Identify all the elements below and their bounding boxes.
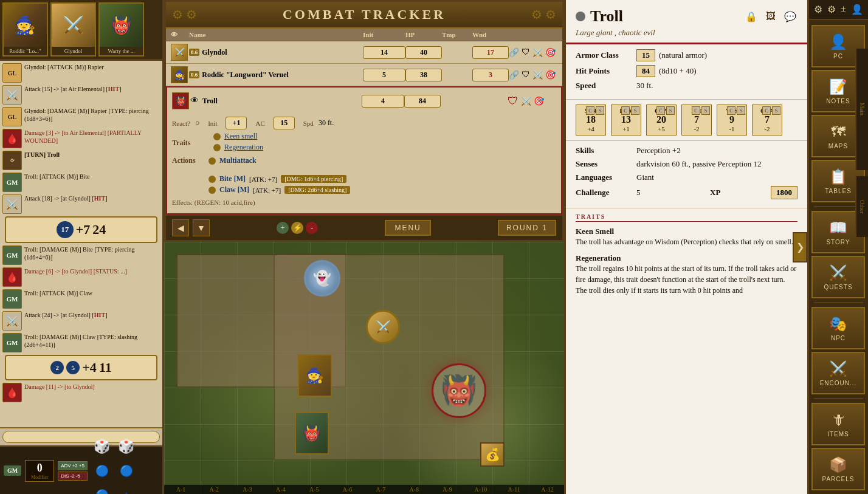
troll-row-header: 👹 👁 Troll 4 84 🛡 ⚔️ 🎯: [172, 92, 556, 109]
dis-button[interactable]: DIS -2 -5: [58, 472, 88, 481]
portrait-icon[interactable]: 🖼: [763, 9, 778, 24]
nav-arrow-right[interactable]: ❯: [793, 232, 807, 262]
hp-icon-green[interactable]: +: [277, 222, 289, 234]
other-tab[interactable]: Other: [855, 176, 868, 237]
token-glyndol[interactable]: ⚔️: [366, 310, 400, 344]
int-s-btn[interactable]: S: [701, 106, 710, 115]
trait-keen-smell-link[interactable]: Keen smell: [224, 132, 257, 141]
trait-regeneration-link[interactable]: Regeneration: [224, 143, 263, 152]
troll-init[interactable]: 4: [362, 95, 404, 108]
action-multiattack-link[interactable]: Multiattack: [219, 156, 257, 165]
cha-s-btn[interactable]: S: [772, 106, 780, 115]
roddic-hp[interactable]: 38: [405, 69, 442, 81]
footer-btn-down[interactable]: ▼: [193, 219, 210, 236]
token-ghost[interactable]: 👻: [304, 260, 340, 297]
troll-actions-header: Actions Multiattack: [172, 156, 257, 167]
con-c-btn[interactable]: C: [656, 106, 665, 115]
action-claw-link[interactable]: Claw [M]: [219, 185, 249, 194]
person-icon[interactable]: 👤: [849, 2, 866, 16]
footer-btn-left[interactable]: ◀: [172, 219, 189, 236]
token-roddic[interactable]: 🧙: [298, 354, 332, 397]
portrait-warty[interactable]: 👹 Warty the ...: [98, 2, 144, 57]
chat-icon[interactable]: 💬: [783, 9, 797, 24]
encounters-button[interactable]: ⚔️ ENCOUN...: [811, 352, 865, 394]
con-cs-buttons: C S: [656, 106, 675, 115]
portraits-bar: 🧙 Roddic "Lo..." ⚔️ Glyndol 👹 Warty the …: [0, 0, 162, 61]
troll-react-value: ○: [195, 118, 199, 128]
con-s-btn[interactable]: S: [666, 106, 675, 115]
col-hp: HP: [405, 31, 442, 38]
dice-circle-17: 17: [57, 221, 74, 238]
roddic-wnd[interactable]: 3: [472, 69, 509, 81]
dex-s-btn[interactable]: S: [631, 106, 639, 115]
notes-label: NOTES: [826, 98, 850, 105]
die-d12[interactable]: 🎲: [115, 436, 137, 458]
token-chest[interactable]: 💰: [480, 442, 505, 467]
dis-plus: -2: [71, 473, 75, 479]
chat-avatar-dmg-3: 🩸: [2, 383, 22, 402]
map-area[interactable]: 👻 ⚔️ 🧙 👹 👹: [164, 242, 564, 494]
roddic-init[interactable]: 5: [363, 69, 405, 81]
cha-score: 7: [765, 114, 770, 125]
glyndol-badge: 0.6: [189, 49, 199, 56]
dex-c-btn[interactable]: C: [621, 106, 630, 115]
items-button[interactable]: 🗡 ITEMS: [811, 403, 865, 445]
lock-icon[interactable]: 🔒: [744, 9, 759, 24]
map-label-a9: A-9: [431, 485, 464, 494]
hp-icon-red[interactable]: -: [306, 222, 318, 234]
portrait-roddic[interactable]: 🧙 Roddic "Lo...": [2, 2, 48, 57]
wis-c-btn[interactable]: C: [727, 106, 735, 115]
action-multiattack: Multiattack: [208, 156, 257, 165]
skills-row: Skills Perception +2: [576, 146, 797, 156]
die-d4[interactable]: ▲: [115, 484, 137, 495]
die-d8[interactable]: 🔵: [115, 460, 137, 482]
token-troll[interactable]: 👹: [432, 363, 486, 418]
str-s-btn[interactable]: S: [596, 106, 604, 115]
quests-button[interactable]: ⚔️ QUESTS: [811, 256, 865, 298]
die-d20[interactable]: 🎲: [91, 436, 113, 458]
trait-dot-1: [213, 133, 221, 140]
right-panel: Troll 🔒 🖼 💬 Large giant , chaotic evil A…: [564, 0, 807, 494]
str-score: 18: [586, 114, 596, 125]
regeneration-text: The troll regains 10 hit points at the s…: [576, 263, 797, 296]
map-label-a11: A-11: [497, 485, 531, 494]
menu-button[interactable]: MENU: [385, 220, 430, 236]
portrait-img-warty: 👹: [100, 4, 143, 47]
encounters-icon: ⚔️: [829, 360, 848, 377]
die-d6[interactable]: 🔵: [91, 484, 113, 495]
die-d10[interactable]: 🔵: [91, 460, 113, 482]
plus-minus-icon[interactable]: ±: [838, 2, 849, 16]
hp-icon-yellow[interactable]: ⚡: [291, 222, 303, 234]
round-number: 1: [542, 224, 548, 232]
chat-avatar-gm-2: GM: [2, 245, 22, 265]
str-c-btn[interactable]: C: [586, 106, 594, 115]
main-tab[interactable]: Main: [855, 49, 868, 170]
roddic-badge: 0.6: [189, 71, 199, 78]
combatant-row-roddic[interactable]: 🧙 0.6 Roddic "Longword" Veruel 5 38 3 🔗 …: [166, 64, 562, 86]
int-c-btn[interactable]: C: [692, 106, 700, 115]
chat-avatar-glyndol-2: GL: [2, 107, 22, 126]
troll-hp[interactable]: 84: [404, 95, 441, 108]
gear-icon-2[interactable]: ⚙: [825, 2, 838, 16]
troll-vis-icon[interactable]: 👁: [190, 96, 199, 106]
troll-init-expanded[interactable]: +1: [226, 117, 247, 129]
glyndol-hp[interactable]: 40: [405, 46, 442, 59]
gear-icon-1[interactable]: ⚙: [811, 2, 825, 16]
round-button[interactable]: ROUND 1: [498, 220, 556, 236]
portrait-glyndol[interactable]: ⚔️ Glyndol: [50, 2, 96, 57]
chat-avatar-glyndol-1: GL: [2, 63, 22, 83]
story-icon: 📖: [829, 219, 848, 236]
glyndol-wnd[interactable]: 17: [472, 46, 509, 59]
ability-con: CON 20 +5 C S: [646, 105, 677, 136]
cha-c-btn[interactable]: C: [762, 106, 771, 115]
glyndol-init[interactable]: 14: [363, 46, 405, 59]
wis-s-btn[interactable]: S: [737, 106, 745, 115]
parcels-button[interactable]: 📦 PARCELS: [811, 448, 865, 490]
combatant-row-glyndol[interactable]: ⚔️ 0.6 Glyndol 14 40 17 🔗 🛡 ⚔️ 🎯: [166, 41, 562, 64]
action-bite-link[interactable]: Bite [M]: [219, 174, 246, 184]
adv-button[interactable]: ADV +2 +5: [58, 461, 88, 470]
token-warty[interactable]: 👹: [295, 412, 329, 455]
npc-button[interactable]: 🎭 NPC: [811, 307, 865, 349]
glyndol-wnd-val: 17: [487, 48, 494, 57]
troll-ac[interactable]: 15: [274, 117, 295, 129]
